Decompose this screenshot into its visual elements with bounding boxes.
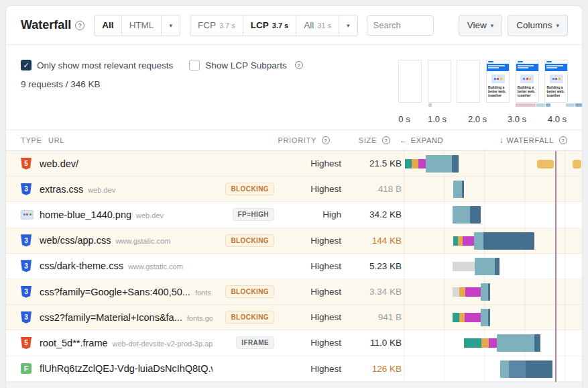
metric-filter-group: FCP3.7 s LCP3.7 s All31 s ▾ (190, 15, 358, 36)
html-file-icon: 5 (21, 158, 32, 170)
request-badge: IFRAME (236, 336, 274, 349)
filmstrip-thumbnail[interactable] (457, 60, 480, 103)
page-title: Waterfall (21, 18, 71, 32)
url-cell: css2?family=Material+Icons&fa...fonts.go… (40, 312, 213, 323)
waterfall-panel: Waterfall ? All HTML ▾ FCP3.7 s LCP3.7 s… (5, 5, 583, 388)
type-cell: 5 (6, 158, 40, 170)
thumb-caption: Building a better web, together (487, 85, 509, 97)
url-cell: web/css/app.csswww.gstatic.com (40, 235, 213, 246)
mini-activity-segment (536, 103, 545, 107)
col-size: SIZE? (330, 136, 390, 144)
relevant-requests-checkbox[interactable]: ✓ Only show most relevant requests (21, 60, 173, 70)
waterfall-col-help-icon[interactable]: ? (559, 136, 567, 144)
waterfall-bar-segment (462, 181, 464, 198)
table-row[interactable]: 5web.dev/Highest21.5 KB (6, 151, 583, 177)
waterfall-bar-segment (497, 334, 534, 352)
filter-fcp[interactable]: FCP3.7 s (190, 15, 243, 36)
badge-cell: BLOCKING (213, 285, 281, 298)
expand-button[interactable]: ←EXPAND (400, 136, 459, 145)
filter-all-time[interactable]: All31 s (296, 15, 339, 36)
thumb-caption: Building a better web, together (516, 85, 538, 97)
waterfall-bar-segment (495, 258, 499, 275)
metric-filter-dropdown[interactable]: ▾ (339, 15, 357, 36)
waterfall-bar-segment (465, 287, 481, 297)
size-value: 21.5 KB (341, 158, 402, 168)
table-row[interactable]: 3extras.cssweb.devBLOCKINGHighest418 B (6, 177, 583, 202)
size-help-icon[interactable]: ? (382, 136, 390, 144)
type-filter-dropdown[interactable]: ▾ (161, 15, 180, 36)
filter-lcp[interactable]: LCP3.7 s (243, 15, 296, 36)
request-url: flUhRq6tzZclQEJ-Vdg-luiaDsNcIhQ8tQ.w... (40, 363, 213, 374)
waterfall-bar-segment (459, 313, 465, 322)
filmstrip-thumbnail[interactable]: Building a better web, together (486, 60, 510, 103)
filter-html[interactable]: HTML (121, 15, 162, 36)
table-row[interactable]: 3css/dark-theme.csswww.gstatic.comHighes… (6, 254, 583, 279)
type-cell (6, 210, 40, 220)
waterfall-bar-segment (489, 338, 497, 348)
html-file-icon: 5 (21, 337, 32, 349)
search-input[interactable] (367, 15, 434, 36)
waterfall-bar-segment (412, 159, 418, 168)
url-cell: root_5d**.frameweb-dot-devsite-v2-prod-3… (40, 338, 213, 348)
scrollbar-track[interactable] (6, 382, 583, 388)
waterfall-help-icon[interactable]: ? (75, 21, 84, 30)
view-button[interactable]: View▾ (459, 15, 503, 36)
table-row[interactable]: 3web/css/app.csswww.gstatic.comBLOCKINGH… (6, 228, 583, 254)
url-cell: extras.cssweb.dev (40, 184, 213, 195)
checkbox-unchecked-icon (189, 60, 200, 70)
request-badge: BLOCKING (225, 183, 274, 195)
waterfall-bar-segment (426, 155, 452, 173)
time-tick-label: 2.0 s (468, 114, 487, 124)
lcp-subparts-checkbox[interactable]: Show LCP Subparts ? (189, 60, 302, 70)
request-domain: fonts.go... (187, 314, 213, 322)
url-cell: home-blue_1440.pngweb.dev (40, 209, 213, 220)
priority-value: High (281, 209, 341, 220)
arrow-down-icon: ↓ (499, 136, 504, 145)
request-url: web/css/app.css (40, 235, 111, 246)
mini-activity-segment (428, 103, 432, 107)
filter-all[interactable]: All (95, 15, 121, 36)
col-url: URL (48, 136, 251, 144)
waterfall-bar-segment (488, 283, 490, 301)
lcp-subparts-help-icon[interactable]: ? (295, 61, 303, 69)
priority-help-icon[interactable]: ? (322, 136, 330, 144)
type-cell: 3 (6, 234, 40, 246)
mini-activity-segment (546, 103, 550, 107)
toolbar: Waterfall ? All HTML ▾ FCP3.7 s LCP3.7 s… (6, 6, 582, 45)
request-domain: web-dot-devsite-v2-prod-3p.appspo... (113, 340, 213, 348)
request-url: extras.css (40, 184, 83, 195)
waterfall-bar-segment (452, 155, 459, 173)
chevron-down-icon: ▾ (169, 22, 172, 29)
thumb-illustration (491, 75, 505, 83)
col-waterfall-sort[interactable]: ↓WATERFALL? (459, 136, 583, 145)
size-value: 34.2 KB (341, 209, 402, 220)
type-cell: 3 (6, 286, 40, 298)
priority-value: Highest (281, 338, 341, 348)
waterfall-bar-segment (474, 232, 483, 250)
chevron-down-icon: ▾ (491, 22, 494, 29)
columns-button[interactable]: Columns▾ (508, 15, 568, 36)
url-cell: css/dark-theme.csswww.gstatic.com (40, 260, 213, 271)
filmstrip-thumbnail[interactable] (398, 60, 422, 103)
table-row[interactable]: 3css2?family=Material+Icons&fa...fonts.g… (6, 305, 583, 330)
request-url: web.dev/ (40, 158, 78, 169)
thumb-caption: Building a better web, together (545, 85, 567, 97)
badge-cell: BLOCKING (213, 234, 281, 247)
table-row[interactable]: 3css?family=Google+Sans:400,50...fonts.g… (6, 279, 583, 305)
request-domain: fonts.go... (195, 289, 213, 297)
waterfall-bar-segment (463, 236, 474, 246)
url-cell: flUhRq6tzZclQEJ-Vdg-luiaDsNcIhQ8tQ.w...f… (40, 363, 213, 374)
filmstrip-thumbnail[interactable] (428, 60, 451, 103)
filmstrip-thumbnail[interactable]: Building a better web, together (544, 60, 568, 103)
filter-controls: ✓ Only show most relevant requests Show … (21, 60, 303, 89)
waterfall-bar-segment (453, 206, 470, 224)
waterfall-bar-segment (488, 309, 490, 326)
table-row[interactable]: FflUhRq6tzZclQEJ-Vdg-luiaDsNcIhQ8tQ.w...… (6, 356, 583, 382)
request-url: css2?family=Material+Icons&fa... (40, 312, 182, 323)
waterfall-bar-segment (418, 159, 426, 168)
table-row[interactable]: home-blue_1440.pngweb.devFP=HIGHHigh34.2… (6, 202, 583, 228)
time-tick-label: 1.0 s (428, 114, 447, 124)
table-row[interactable]: 5root_5d**.frameweb-dot-devsite-v2-prod-… (6, 330, 583, 356)
filmstrip-thumbnail[interactable]: Building a better web, together (516, 60, 539, 103)
waterfall-bar-segment (483, 232, 534, 250)
